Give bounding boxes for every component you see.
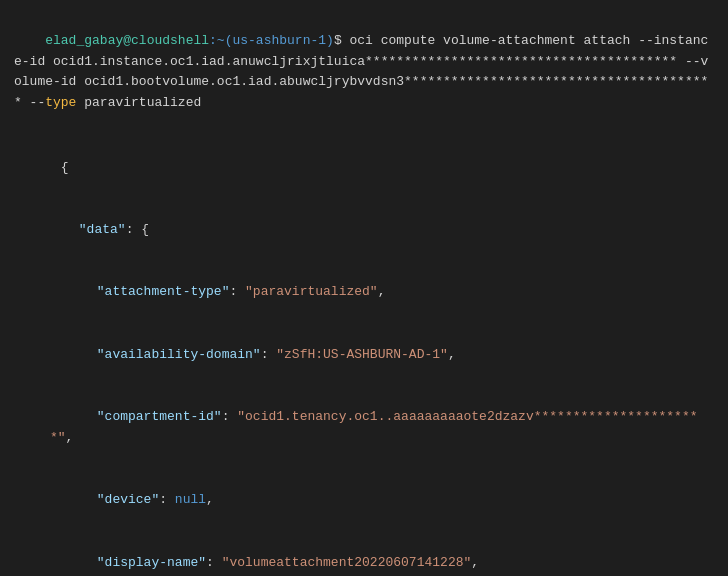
json-data-key-line: "data": { — [14, 199, 714, 261]
command-end: paravirtualized — [76, 95, 201, 110]
type-keyword: type — [45, 95, 76, 110]
data-key: "data" — [79, 222, 126, 237]
prompt-path: :~(us-ashburn-1) — [209, 33, 334, 48]
json-output: { "data": { "attachment-type": "paravirt… — [14, 137, 714, 576]
json-open-brace: { — [14, 137, 714, 199]
field-device: "device": null, — [14, 470, 714, 532]
field-compartment-id: "compartment-id": "ocid1.tenancy.oc1..aa… — [14, 386, 714, 469]
prompt-user: elad_gabay@cloudshell — [45, 33, 209, 48]
field-display-name: "display-name": "volumeattachment2022060… — [14, 532, 714, 576]
prompt-line: elad_gabay@cloudshell:~(us-ashburn-1)$ o… — [14, 10, 714, 135]
field-availability-domain: "availability-domain": "zSfH:US-ASHBURN-… — [14, 324, 714, 386]
field-attachment-type: "attachment-type": "paravirtualized", — [14, 262, 714, 324]
prompt-dollar: $ — [334, 33, 350, 48]
terminal: elad_gabay@cloudshell:~(us-ashburn-1)$ o… — [14, 10, 714, 576]
